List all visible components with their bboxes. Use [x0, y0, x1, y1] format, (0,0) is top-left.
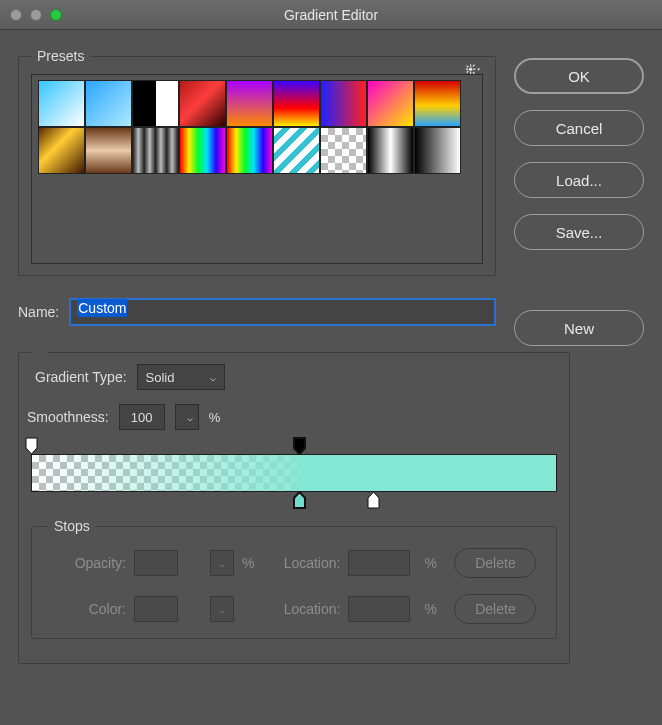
svg-rect-2	[470, 72, 471, 74]
preset-swatch[interactable]	[179, 80, 226, 127]
smoothness-label: Smoothness:	[27, 409, 109, 425]
preset-swatch[interactable]	[226, 127, 273, 174]
preset-swatch[interactable]	[85, 127, 132, 174]
opacity-input[interactable]	[134, 550, 178, 576]
presets-panel: Presets	[18, 48, 496, 276]
name-input[interactable]: Custom	[69, 298, 496, 326]
color-stop-delete-button[interactable]: Delete	[454, 594, 536, 624]
name-label: Name:	[18, 304, 59, 320]
window-title: Gradient Editor	[0, 7, 662, 23]
titlebar: Gradient Editor	[0, 0, 662, 30]
preset-swatch[interactable]	[132, 127, 179, 174]
close-window-button[interactable]	[10, 9, 22, 21]
color-stop[interactable]	[366, 491, 381, 511]
opacity-label: Opacity:	[48, 555, 128, 571]
preset-swatch[interactable]	[273, 127, 320, 174]
svg-rect-1	[470, 64, 471, 66]
zoom-window-button[interactable]	[50, 9, 62, 21]
percent-label: %	[209, 410, 221, 425]
preset-swatch[interactable]	[38, 80, 85, 127]
color-stop[interactable]	[292, 491, 307, 511]
chevron-down-icon: ⌵	[210, 372, 216, 383]
opacity-stop-delete-button[interactable]: Delete	[454, 548, 536, 578]
presets-swatch-grid	[31, 74, 483, 264]
preset-swatch[interactable]	[320, 80, 367, 127]
color-dropdown[interactable]: ⌵	[210, 596, 234, 622]
preset-swatch[interactable]	[179, 127, 226, 174]
preset-swatch[interactable]	[414, 127, 461, 174]
smoothness-value: 100	[131, 410, 153, 425]
preset-swatch[interactable]	[85, 80, 132, 127]
color-label: Color:	[48, 601, 128, 617]
presets-legend: Presets	[31, 48, 90, 64]
preset-swatch[interactable]	[132, 80, 179, 127]
preset-swatch[interactable]	[367, 80, 414, 127]
name-input-value: Custom	[77, 299, 127, 317]
gradient-definition-panel: . Gradient Type: Solid ⌵ Smoothness: 100…	[18, 344, 570, 664]
presets-menu-button[interactable]	[465, 62, 481, 81]
color-location-input[interactable]	[348, 596, 410, 622]
opacity-location-label: Location:	[262, 555, 342, 571]
minimize-window-button[interactable]	[30, 9, 42, 21]
svg-rect-8	[466, 71, 469, 74]
preset-swatch[interactable]	[414, 80, 461, 127]
stops-legend: Stops	[48, 518, 96, 534]
chevron-down-icon: ⌵	[187, 412, 193, 423]
gradient-preview	[32, 455, 556, 491]
svg-rect-7	[472, 64, 475, 67]
percent-label: %	[424, 601, 448, 617]
preset-swatch[interactable]	[38, 127, 85, 174]
color-location-label: Location:	[262, 601, 342, 617]
preset-swatch[interactable]	[320, 127, 367, 174]
color-swatch-button[interactable]	[134, 596, 178, 622]
gradient-type-select[interactable]: Solid ⌵	[137, 364, 225, 390]
preset-swatch[interactable]	[273, 80, 320, 127]
ok-button[interactable]: OK	[514, 58, 644, 94]
gradient-type-label: Gradient Type:	[35, 369, 127, 385]
opacity-stop[interactable]	[24, 435, 39, 455]
svg-rect-3	[466, 69, 468, 70]
cancel-button[interactable]: Cancel	[514, 110, 644, 146]
load-button[interactable]: Load...	[514, 162, 644, 198]
smoothness-input[interactable]: 100	[119, 404, 165, 430]
svg-rect-4	[473, 69, 475, 70]
stops-panel: Stops Opacity: ⌵ % Location: % Delete Co…	[31, 518, 557, 639]
opacity-location-input[interactable]	[348, 550, 410, 576]
preset-swatch[interactable]	[226, 80, 273, 127]
new-button[interactable]: New	[514, 310, 644, 346]
smoothness-units-dropdown[interactable]: ⌵	[175, 404, 199, 430]
window-controls	[10, 9, 62, 21]
opacity-dropdown[interactable]: ⌵	[210, 550, 234, 576]
percent-label: %	[424, 555, 448, 571]
gradient-type-value: Solid	[146, 370, 175, 385]
opacity-stop[interactable]	[292, 435, 307, 455]
percent-label: %	[240, 555, 256, 571]
svg-rect-6	[472, 72, 475, 75]
save-button[interactable]: Save...	[514, 214, 644, 250]
svg-rect-5	[466, 65, 469, 68]
preset-swatch[interactable]	[367, 127, 414, 174]
gradient-bar[interactable]	[31, 454, 557, 492]
svg-point-0	[469, 67, 473, 71]
